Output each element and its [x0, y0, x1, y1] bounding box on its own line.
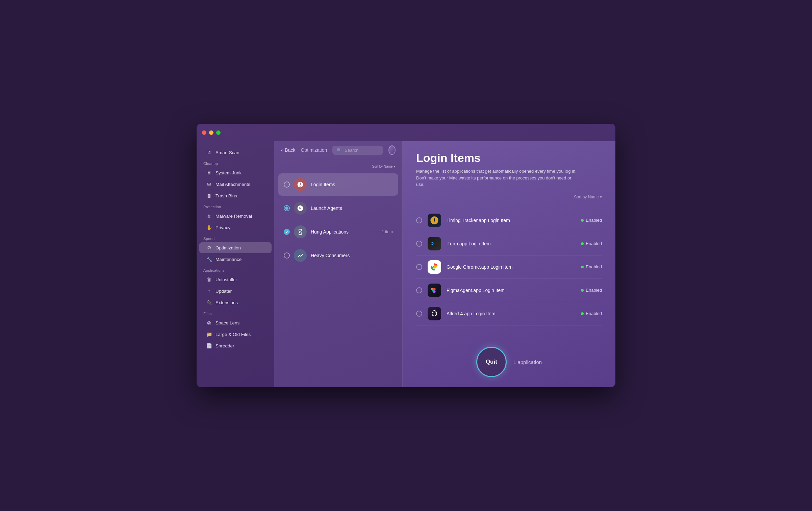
item-radio-launch-agents[interactable]	[284, 205, 290, 211]
table-row[interactable]: >_ iTerm.app Login Item Enabled	[416, 232, 602, 256]
list-item-label: Hung Applications	[311, 229, 378, 235]
sidebar-item-trash-bins[interactable]: 🗑 Trash Bins	[199, 190, 272, 201]
row-radio-iterm[interactable]	[416, 241, 422, 247]
status-badge: Enabled	[581, 218, 602, 223]
sidebar-item-label: Optimization	[215, 245, 241, 250]
app-name: Google Chrome.app Login Item	[447, 264, 576, 270]
list-item-label: Launch Agents	[311, 205, 393, 211]
table-row[interactable]: Timing Tracker.app Login Item Enabled	[416, 209, 602, 232]
user-avatar[interactable]	[388, 145, 396, 155]
middle-sort-label[interactable]: Sort by Name ▾	[372, 164, 396, 169]
search-input[interactable]	[345, 148, 379, 153]
back-button[interactable]: ‹ Back	[281, 147, 295, 153]
list-item[interactable]: Login Items	[278, 173, 398, 196]
quit-button[interactable]: Quit	[476, 347, 507, 377]
item-radio-heavy-consumers[interactable]	[284, 252, 290, 259]
list-item[interactable]: Hung Applications 1 item	[278, 221, 398, 243]
sidebar-item-label: Malware Removal	[215, 214, 252, 219]
middle-list: Login Items Launch Agents	[274, 173, 402, 387]
sidebar-item-optimization[interactable]: ⚙ Optimization	[199, 242, 272, 253]
malware-icon: ☣	[206, 213, 212, 219]
list-item[interactable]: Heavy Consumers	[278, 244, 398, 267]
sidebar-item-extensions[interactable]: 🔌 Extensions	[199, 297, 272, 308]
middle-top-bar: ‹ Back Optimization 🔍	[274, 141, 402, 159]
sidebar-item-label: Trash Bins	[215, 193, 237, 198]
sidebar-item-space-lens[interactable]: ◎ Space Lens	[199, 317, 272, 328]
table-row[interactable]: Google Chrome.app Login Item Enabled	[416, 256, 602, 279]
enabled-dot	[581, 312, 584, 315]
sidebar-item-shredder[interactable]: 📄 Shredder	[199, 340, 272, 351]
sidebar-section-cleanup: Cleanup	[197, 158, 274, 167]
sidebar-item-smart-scan[interactable]: 🖥 Smart Scan	[199, 147, 272, 158]
sidebar-item-large-old-files[interactable]: 📁 Large & Old Files	[199, 329, 272, 340]
app-name: Timing Tracker.app Login Item	[447, 218, 576, 223]
hung-apps-icon	[294, 225, 307, 238]
traffic-lights	[202, 130, 221, 135]
item-count: 1 item	[382, 229, 393, 234]
title-bar	[197, 124, 615, 141]
sidebar-item-system-junk[interactable]: 🖥 System Junk	[199, 167, 272, 178]
search-bar[interactable]: 🔍	[332, 146, 383, 155]
enabled-dot	[581, 289, 584, 292]
page-title: Login Items	[416, 151, 578, 165]
maintenance-icon: 🔧	[206, 256, 212, 262]
heavy-consumers-icon	[294, 249, 307, 262]
section-title: Optimization	[301, 147, 327, 153]
sidebar-section-applications: Applications	[197, 265, 274, 274]
app-icon-alfred	[428, 307, 441, 320]
enabled-dot	[581, 219, 584, 222]
sidebar-item-uninstaller[interactable]: 🗑 Uninstaller	[199, 274, 272, 285]
row-radio-alfred[interactable]	[416, 311, 422, 317]
sidebar-section-files: Files	[197, 308, 274, 317]
row-radio-figma[interactable]	[416, 287, 422, 293]
row-radio-chrome[interactable]	[416, 264, 422, 270]
table-row[interactable]: Alfred 4.app Login Item Enabled	[416, 302, 602, 325]
status-badge: Enabled	[581, 241, 602, 246]
row-radio-timing[interactable]	[416, 217, 422, 223]
item-radio-hung-apps[interactable]	[284, 229, 290, 235]
sidebar-item-maintenance[interactable]: 🔧 Maintenance	[199, 254, 272, 265]
sidebar-item-label: System Junk	[215, 170, 242, 175]
login-items-list: Timing Tracker.app Login Item Enabled >_…	[416, 209, 602, 325]
app-icon-iterm: >_	[428, 237, 441, 250]
maximize-button[interactable]	[216, 130, 221, 135]
item-radio-login-items[interactable]	[284, 181, 290, 188]
sidebar-item-mail-attachments[interactable]: ✉ Mail Attachments	[199, 179, 272, 190]
sidebar-item-updater[interactable]: ↑ Updater	[199, 286, 272, 296]
app-name: iTerm.app Login Item	[447, 241, 576, 246]
sidebar-section-protection: Protection	[197, 201, 274, 210]
table-row[interactable]: FigmaAgent.app Login Item Enabled	[416, 279, 602, 302]
app-window: 🖥 Smart Scan Cleanup 🖥 System Junk ✉ Mai…	[197, 124, 615, 387]
right-sort-label[interactable]: Sort by Name ▾	[574, 195, 602, 199]
mail-icon: ✉	[206, 181, 212, 187]
enabled-dot	[581, 266, 584, 268]
trash-icon: 🗑	[206, 193, 212, 199]
list-item-label: Heavy Consumers	[311, 253, 393, 258]
sidebar-section-speed: Speed	[197, 233, 274, 242]
title-desc-block: Login Items Manage the list of applicati…	[416, 151, 578, 188]
space-lens-icon: ◎	[206, 320, 212, 326]
sidebar-item-privacy[interactable]: ✋ Privacy	[199, 222, 272, 233]
monitor-icon: 🖥	[206, 149, 212, 155]
app-icon-timing	[428, 214, 441, 227]
back-label: Back	[285, 147, 295, 153]
content-area: ‹ Back Optimization 🔍 Sort by Name ▾	[274, 141, 615, 387]
sidebar-item-label: Maintenance	[215, 257, 242, 262]
sidebar-item-malware-removal[interactable]: ☣ Malware Removal	[199, 211, 272, 221]
close-button[interactable]	[202, 130, 206, 135]
list-item[interactable]: Launch Agents	[278, 197, 398, 219]
page-description: Manage the list of applications that get…	[416, 168, 578, 188]
minimize-button[interactable]	[209, 130, 213, 135]
large-files-icon: 📁	[206, 331, 212, 337]
shredder-icon: 📄	[206, 343, 212, 349]
login-items-icon	[294, 178, 307, 191]
status-badge: Enabled	[581, 264, 602, 269]
quit-count-label: 1 application	[513, 359, 542, 365]
updater-icon: ↑	[206, 288, 212, 294]
privacy-icon: ✋	[206, 224, 212, 230]
middle-sort-header: Sort by Name ▾	[274, 159, 402, 173]
system-junk-icon: 🖥	[206, 170, 212, 176]
optimization-icon: ⚙	[206, 245, 212, 251]
launch-agents-icon	[294, 202, 307, 215]
right-panel: Login Items Manage the list of applicati…	[403, 141, 615, 387]
